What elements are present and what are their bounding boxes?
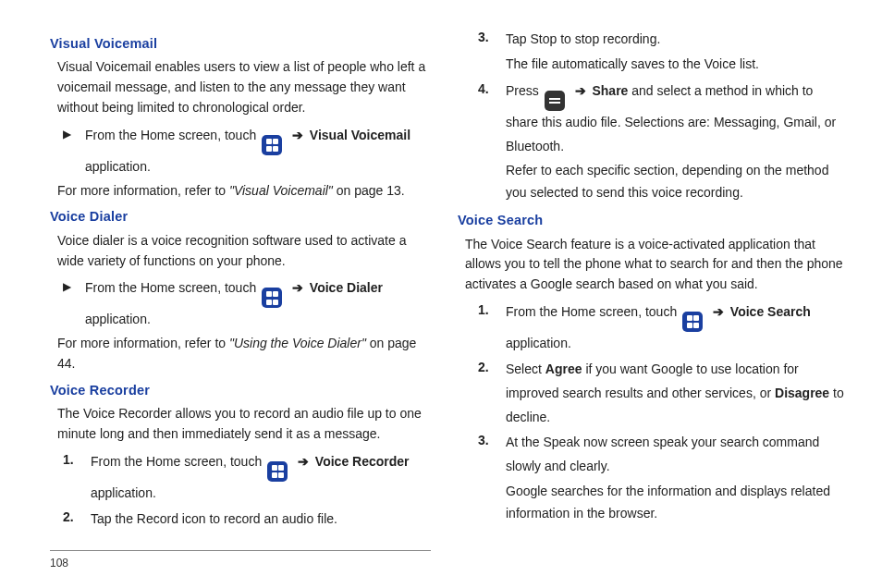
app-name: Voice Dialer	[310, 280, 383, 295]
step-text: Press ➔ Share and select a method in whi…	[506, 80, 845, 159]
text: From the Home screen, touch	[85, 128, 260, 142]
xref-voice-dialer: For more information, refer to "Using th…	[57, 334, 430, 374]
step-number: 2.	[478, 358, 506, 430]
step-2-voice-recorder: 2. Tap the Record icon to record an audi…	[63, 508, 430, 532]
step-text: At the Speak now screen speak your searc…	[506, 431, 845, 479]
step-1-voice-search: 1. From the Home screen, touch ➔ Voice S…	[478, 300, 845, 356]
text: Press	[506, 83, 543, 98]
desc-voice-recorder: The Voice Recorder allows you to record …	[57, 404, 430, 444]
step-3-voice-search: 3. At the Speak now screen speak your se…	[478, 431, 845, 479]
heading-visual-voicemail: Visual Voicemail	[50, 33, 430, 54]
step-number: 3.	[478, 431, 506, 479]
heading-voice-search: Voice Search	[458, 210, 845, 230]
text: on page 13.	[337, 183, 405, 198]
menu-icon	[545, 91, 565, 111]
step-text: Select Agree if you want Google to use l…	[506, 358, 845, 430]
bullet-icon: ▶	[63, 124, 85, 179]
step-3-voice-search-sub: Google searches for the information and …	[506, 481, 845, 525]
step-text: From the Home screen, touch ➔ Voice Sear…	[506, 300, 845, 356]
step-number: 3.	[478, 28, 506, 52]
text: For more information, refer to	[57, 183, 229, 198]
share-label: Share	[592, 83, 628, 98]
xref-title: "Using the Voice Dialer"	[229, 336, 370, 350]
text: application.	[85, 159, 151, 174]
step-text: From the Home screen, touch ➔ Visual Voi…	[85, 124, 430, 179]
heading-voice-dialer: Voice Dialer	[50, 206, 430, 227]
app-name: Voice Recorder	[315, 454, 410, 469]
step-number: 1.	[478, 300, 506, 356]
step-3-voice-recorder: 3. Tap Stop to stop recording.	[478, 28, 845, 52]
arrow-icon: ➔	[292, 128, 303, 142]
right-column: 3. Tap Stop to stop recording. The file …	[465, 28, 845, 537]
left-column: Visual Voicemail Visual Voicemail enable…	[50, 28, 430, 537]
page-number: 108	[50, 550, 431, 570]
arrow-icon: ➔	[292, 280, 303, 295]
agree-label: Agree	[545, 361, 582, 376]
step-text: Tap Stop to stop recording.	[506, 28, 845, 52]
text: For more information, refer to	[57, 336, 229, 350]
xref-visual-voicemail: For more information, refer to "Visual V…	[57, 181, 430, 202]
arrow-icon: ➔	[298, 454, 309, 469]
text: application.	[506, 336, 571, 350]
disagree-label: Disagree	[775, 386, 829, 400]
desc-visual-voicemail: Visual Voicemail enables users to view a…	[57, 57, 430, 117]
desc-voice-dialer: Voice dialer is a voice recognition soft…	[57, 231, 430, 271]
step-number: 4.	[478, 80, 506, 159]
app-name: Voice Search	[730, 304, 811, 319]
app-name: Visual Voicemail	[310, 128, 410, 142]
two-column-layout: Visual Voicemail Visual Voicemail enable…	[50, 28, 845, 537]
text: Select	[506, 361, 545, 376]
step-2-voice-search: 2. Select Agree if you want Google to us…	[478, 358, 845, 430]
step-text: From the Home screen, touch ➔ Voice Dial…	[85, 276, 430, 332]
step-4-sub: Refer to each specific section, dependin…	[506, 160, 845, 204]
heading-voice-recorder: Voice Recorder	[50, 380, 430, 400]
step-1-voice-recorder: 1. From the Home screen, touch ➔ Voice R…	[63, 450, 430, 506]
apps-icon	[262, 288, 282, 308]
arrow-icon: ➔	[713, 304, 724, 319]
xref-title: "Visual Voicemail"	[229, 183, 337, 198]
text: From the Home screen, touch	[91, 454, 265, 469]
text: application.	[85, 312, 151, 326]
text: From the Home screen, touch	[85, 280, 260, 295]
step-visual-voicemail: ▶ From the Home screen, touch ➔ Visual V…	[63, 124, 430, 179]
step-number: 2.	[63, 508, 91, 532]
step-number: 1.	[63, 450, 91, 506]
step-text: From the Home screen, touch ➔ Voice Reco…	[91, 450, 430, 506]
bullet-icon: ▶	[63, 276, 85, 332]
step-4-voice-recorder: 4. Press ➔ Share and select a method in …	[478, 80, 845, 159]
apps-icon	[262, 135, 282, 155]
text: From the Home screen, touch	[506, 304, 680, 319]
arrow-icon: ➔	[575, 83, 586, 98]
apps-icon	[682, 312, 703, 332]
step-voice-dialer: ▶ From the Home screen, touch ➔ Voice Di…	[63, 276, 430, 332]
step-3-sub: The file automatically saves to the Voic…	[506, 54, 845, 76]
step-text: Tap the Record icon to record an audio f…	[91, 508, 430, 532]
apps-icon	[267, 461, 288, 482]
desc-voice-search: The Voice Search feature is a voice-acti…	[465, 235, 845, 295]
text: application.	[91, 485, 156, 500]
